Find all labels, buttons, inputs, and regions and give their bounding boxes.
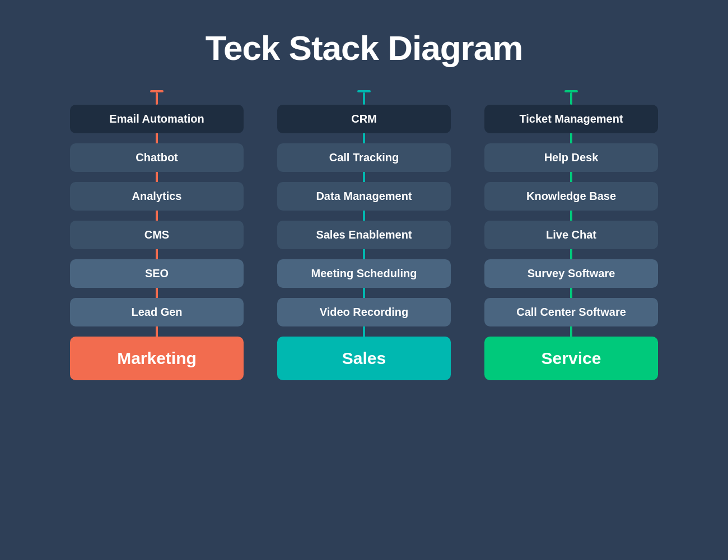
node-service-3: Live Chat <box>484 221 658 249</box>
t-connector-marketing <box>150 90 164 105</box>
node-sales-1: Call Tracking <box>277 143 451 172</box>
connector-sales-4 <box>363 288 365 298</box>
node-service-2: Knowledge Base <box>484 182 658 211</box>
node-marketing-5: Lead Gen <box>70 298 244 326</box>
node-sales-4: Meeting Scheduling <box>277 259 451 288</box>
connector-sales-0 <box>363 133 365 143</box>
node-marketing-bottom: Marketing <box>70 337 244 380</box>
connector-service-0 <box>570 133 572 143</box>
node-marketing-1: Chatbot <box>70 143 244 172</box>
connector-sales-5 <box>363 326 365 337</box>
node-service-1: Help Desk <box>484 143 658 172</box>
node-marketing-4: SEO <box>70 259 244 288</box>
column-service: Ticket ManagementHelp DeskKnowledge Base… <box>484 90 658 380</box>
connector-sales-2 <box>363 211 365 221</box>
page-title: Teck Stack Diagram <box>206 28 523 68</box>
connector-service-1 <box>570 172 572 182</box>
t-connector-service <box>564 90 578 105</box>
node-sales-bottom: Sales <box>277 337 451 380</box>
connector-marketing-0 <box>156 133 158 143</box>
node-sales-5: Video Recording <box>277 298 451 326</box>
connector-marketing-3 <box>156 249 158 259</box>
connector-marketing-5 <box>156 326 158 337</box>
node-sales-0: CRM <box>277 105 451 133</box>
node-marketing-0: Email Automation <box>70 105 244 133</box>
connector-sales-3 <box>363 249 365 259</box>
node-service-5: Call Center Software <box>484 298 658 326</box>
connector-marketing-4 <box>156 288 158 298</box>
connector-service-4 <box>570 288 572 298</box>
node-sales-3: Sales Enablement <box>277 221 451 249</box>
column-sales: CRMCall TrackingData ManagementSales Ena… <box>277 90 451 380</box>
connector-vertical <box>363 92 365 105</box>
diagram-container: Email AutomationChatbotAnalyticsCMSSEOLe… <box>28 90 700 380</box>
node-marketing-3: CMS <box>70 221 244 249</box>
connector-marketing-1 <box>156 172 158 182</box>
connector-service-5 <box>570 326 572 337</box>
node-marketing-2: Analytics <box>70 182 244 211</box>
connector-marketing-2 <box>156 211 158 221</box>
node-service-0: Ticket Management <box>484 105 658 133</box>
connector-service-3 <box>570 249 572 259</box>
connector-vertical <box>570 92 572 105</box>
node-service-4: Survey Software <box>484 259 658 288</box>
connector-service-2 <box>570 211 572 221</box>
column-marketing: Email AutomationChatbotAnalyticsCMSSEOLe… <box>70 90 244 380</box>
node-service-bottom: Service <box>484 337 658 380</box>
connector-sales-1 <box>363 172 365 182</box>
t-connector-sales <box>357 90 371 105</box>
connector-vertical <box>156 92 158 105</box>
node-sales-2: Data Management <box>277 182 451 211</box>
